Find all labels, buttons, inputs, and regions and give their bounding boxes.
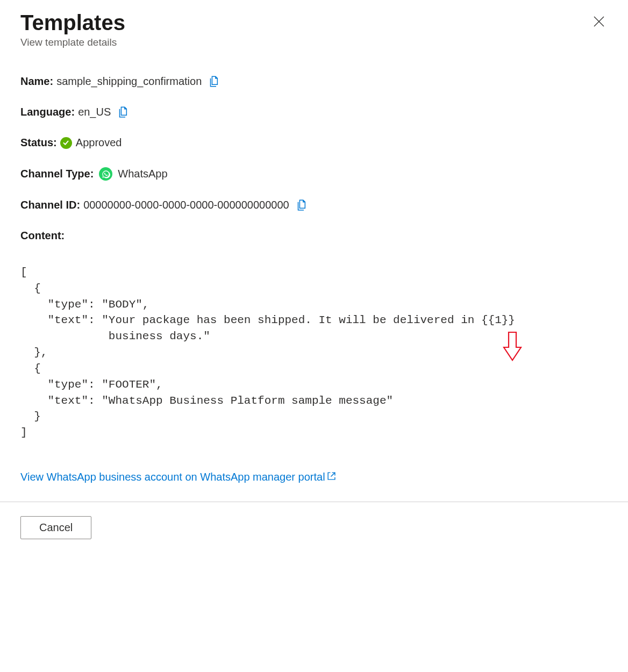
- field-status: Status: Approved: [20, 137, 608, 149]
- close-icon: [593, 15, 605, 28]
- name-value: sample_shipping_confirmation: [56, 75, 202, 88]
- status-value: Approved: [76, 137, 122, 149]
- whatsapp-portal-link[interactable]: View WhatsApp business account on WhatsA…: [20, 471, 336, 483]
- copy-language-button[interactable]: [118, 106, 129, 118]
- channel-id-label: Channel ID:: [20, 199, 80, 211]
- field-language: Language: en_US: [20, 106, 608, 118]
- copy-channel-id-button[interactable]: [297, 199, 307, 211]
- channel-id-value: 00000000-0000-0000-0000-000000000000: [83, 199, 289, 211]
- copy-icon: [297, 199, 307, 211]
- cancel-button[interactable]: Cancel: [20, 516, 91, 539]
- close-button[interactable]: [593, 15, 605, 30]
- page-subtitle: View template details: [20, 37, 608, 48]
- checkmark-icon: [62, 139, 69, 146]
- whatsapp-icon: [99, 167, 112, 181]
- language-label: Language:: [20, 106, 75, 118]
- copy-icon: [209, 76, 219, 87]
- copy-icon: [118, 106, 129, 118]
- channel-type-label: Channel Type:: [20, 168, 94, 180]
- field-name: Name: sample_shipping_confirmation: [20, 75, 608, 88]
- footer-bar: Cancel: [0, 502, 628, 561]
- annotation-arrow-icon: [503, 331, 522, 363]
- status-approved-icon: [60, 137, 72, 149]
- field-channel-type: Channel Type: WhatsApp: [20, 167, 608, 181]
- channel-type-value: WhatsApp: [118, 168, 167, 180]
- whatsapp-phone-icon: [102, 170, 110, 178]
- field-channel-id: Channel ID: 00000000-0000-0000-0000-0000…: [20, 199, 608, 211]
- content-label: Content:: [20, 230, 608, 242]
- name-label: Name:: [20, 75, 53, 88]
- external-link-icon: [327, 471, 336, 483]
- language-value: en_US: [78, 106, 111, 118]
- portal-link-text: View WhatsApp business account on WhatsA…: [20, 471, 325, 483]
- copy-name-button[interactable]: [209, 76, 219, 87]
- status-label: Status:: [20, 137, 57, 149]
- page-title: Templates: [20, 11, 608, 34]
